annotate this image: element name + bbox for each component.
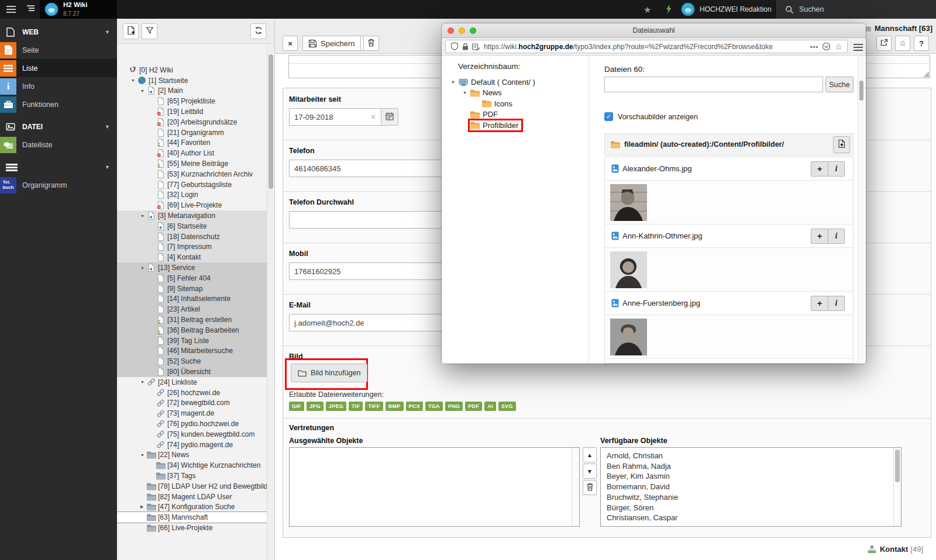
- user-menu[interactable]: HOCHZWEI Redaktion: [681, 0, 772, 19]
- directory-item-pdf[interactable]: PDF: [442, 109, 589, 120]
- page-tree-item[interactable]: [0] H2 Wiki: [117, 65, 267, 75]
- tree-scrollbar-thumb[interactable]: [269, 54, 273, 189]
- file-thumbnail[interactable]: [610, 184, 647, 221]
- browser-menu-icon[interactable]: [854, 42, 863, 55]
- page-tree-item[interactable]: [80] Übersicht: [117, 367, 267, 377]
- page-tree-item[interactable]: [72] bewegtbild.com: [117, 398, 267, 409]
- page-tree-item[interactable]: [32] Login: [117, 190, 267, 201]
- page-tree-item[interactable]: [55] Meine Beiträge: [117, 158, 267, 169]
- file-search-button[interactable]: Suche: [825, 77, 854, 92]
- sidebar-item-funktionen[interactable]: Funktionen: [0, 95, 117, 113]
- page-tree-item[interactable]: [75] kunden.bewegtbild.com: [117, 429, 267, 440]
- sidebar-item-seite[interactable]: Seite: [0, 41, 117, 59]
- page-tree-item[interactable]: [73] magent.de: [117, 408, 267, 419]
- app-logo-block[interactable]: H2 Wiki 8.7.27: [40, 0, 117, 19]
- delete-button[interactable]: [363, 36, 379, 51]
- bookmark-button[interactable]: ☆: [895, 36, 910, 51]
- page-tree-item[interactable]: [82] Magent LDAP User: [117, 492, 267, 502]
- page-tree-item[interactable]: [74] pydio.magent.de: [117, 440, 267, 450]
- topbar-search[interactable]: Suchen: [775, 0, 936, 19]
- page-tree-item[interactable]: ▼[24] Linkliste: [117, 377, 267, 388]
- new-page-button[interactable]: [123, 23, 139, 39]
- file-info-button[interactable]: i: [828, 296, 845, 311]
- add-file-button[interactable]: +: [811, 229, 828, 244]
- file-thumbnail-row[interactable]: [605, 315, 853, 359]
- filter-button[interactable]: [142, 23, 157, 39]
- page-actions-icon[interactable]: •••: [810, 43, 819, 50]
- page-tree-item[interactable]: [18] Datenschutz: [117, 231, 267, 242]
- page-tree-item[interactable]: ▼[1] Startseite: [117, 75, 267, 86]
- move-up-button[interactable]: ▲: [583, 447, 597, 462]
- save-button[interactable]: Speichern: [302, 36, 361, 51]
- page-tree-item[interactable]: [52] Suche: [117, 356, 267, 367]
- sidebar-item-organigramm[interactable]: Tel.buchOrganigramm: [0, 176, 117, 194]
- zoom-window-icon[interactable]: [470, 27, 476, 34]
- modal-scrollbar-thumb[interactable]: [859, 81, 863, 101]
- clear-date-icon[interactable]: ✕: [370, 113, 376, 121]
- close-window-icon[interactable]: [448, 27, 454, 34]
- page-tree-item[interactable]: ▶[47] Konfiguration Suche: [117, 502, 267, 512]
- sidebar-item-liste[interactable]: Liste: [0, 59, 117, 77]
- modal-scrollbar[interactable]: [858, 56, 864, 364]
- page-tree-item[interactable]: [20] Arbeitsgrundsätze: [117, 117, 267, 127]
- resize-handle[interactable]: [923, 71, 929, 77]
- bookmark-star-icon[interactable]: ★: [644, 5, 651, 15]
- file-info-button[interactable]: i: [828, 161, 845, 177]
- remove-item-button[interactable]: [583, 480, 597, 495]
- page-tree-item[interactable]: [37] Tags: [117, 471, 267, 481]
- available-scrollbar-thumb[interactable]: [895, 450, 900, 482]
- page-tree-item[interactable]: [63] Mannschaft: [117, 512, 267, 523]
- bookmark-page-icon[interactable]: ☆: [835, 42, 842, 51]
- page-tree-item[interactable]: [31] Beitrag erstellen: [117, 314, 267, 325]
- add-image-button[interactable]: Bild hinzufügen: [291, 364, 367, 382]
- available-object-option[interactable]: Bürger, Sören: [607, 503, 895, 513]
- available-scrollbar[interactable]: [893, 448, 901, 526]
- tree-caret-icon[interactable]: ▼: [140, 214, 147, 218]
- page-tree-item[interactable]: [36] Beitrag Bearbeiten: [117, 325, 267, 336]
- sidebar-item-dateiliste[interactable]: Dateiliste: [0, 136, 117, 154]
- add-file-button[interactable]: +: [811, 161, 828, 177]
- page-tree-item[interactable]: [76] pydio.hochzwei.de: [117, 419, 267, 429]
- file-thumbnail[interactable]: [610, 319, 647, 355]
- page-tree-item[interactable]: [5] Fehler 404: [117, 273, 267, 284]
- page-tree-item[interactable]: ▼[22] News: [117, 450, 267, 460]
- permissions-icon[interactable]: [472, 43, 480, 51]
- page-tree-item[interactable]: [14] Inhaltselemente: [117, 294, 267, 305]
- available-object-option[interactable]: Bruchwitz, Stephanie: [607, 492, 895, 503]
- page-tree-item[interactable]: [9] Sitemap: [117, 284, 267, 294]
- tree-caret-icon[interactable]: ▼: [463, 91, 470, 95]
- help-button[interactable]: ?: [914, 36, 929, 51]
- page-tree-item[interactable]: [26] hochzwei.de: [117, 388, 267, 398]
- menu-toggle-button[interactable]: [2, 0, 20, 19]
- page-tree-item[interactable]: [40] Author List: [117, 148, 267, 158]
- page-tree-item[interactable]: ▼[2] Main: [117, 86, 267, 96]
- tree-caret-icon[interactable]: ▶: [140, 504, 147, 509]
- page-tree-item[interactable]: [77] Geburtstagsliste: [117, 179, 267, 190]
- sidebar-item-info[interactable]: iInfo: [0, 77, 117, 95]
- page-tree-item[interactable]: [46] Mitarbeitersuche: [117, 346, 267, 357]
- available-object-option[interactable]: Christiansen, Caspar: [607, 513, 895, 523]
- tree-caret-icon[interactable]: ▼: [131, 78, 137, 82]
- directory-item-default[interactable]: ▼Default ( Content/ ): [442, 77, 589, 88]
- date-input[interactable]: [289, 108, 381, 126]
- page-tree-item[interactable]: [7] Impressum: [117, 242, 267, 253]
- page-tree-item[interactable]: [66] Live-Projekte: [117, 523, 267, 533]
- url-field[interactable]: https://wiki.hoch2gruppe.de/typo3/index.…: [445, 40, 848, 53]
- file-row[interactable]: Alexander-Ohms.jpg+i: [605, 157, 853, 181]
- page-tree-item[interactable]: [44] Favoriten: [117, 138, 267, 148]
- page-tree-item[interactable]: [21] Organigramm: [117, 127, 267, 138]
- page-tree-item[interactable]: [78] LDAP User H2 und Bewegtbild: [117, 481, 267, 492]
- file-search-input[interactable]: [604, 77, 823, 92]
- minimize-window-icon[interactable]: [459, 27, 465, 34]
- pagetree-toggle-button[interactable]: [22, 0, 40, 19]
- open-in-new-button[interactable]: [876, 36, 892, 51]
- directory-item-icons[interactable]: Icons: [442, 98, 589, 109]
- directory-item-profilbilder[interactable]: Profilbilder: [442, 120, 589, 131]
- close-button[interactable]: ×: [283, 36, 298, 51]
- tree-caret-icon[interactable]: ▼: [140, 453, 147, 457]
- refresh-button[interactable]: [250, 23, 266, 39]
- tree-caret-icon[interactable]: ▼: [140, 266, 147, 270]
- file-thumbnail[interactable]: [610, 251, 647, 288]
- file-thumbnail-row[interactable]: [605, 181, 853, 224]
- available-object-option[interactable]: Beyer, Kim Jasmin: [607, 471, 895, 482]
